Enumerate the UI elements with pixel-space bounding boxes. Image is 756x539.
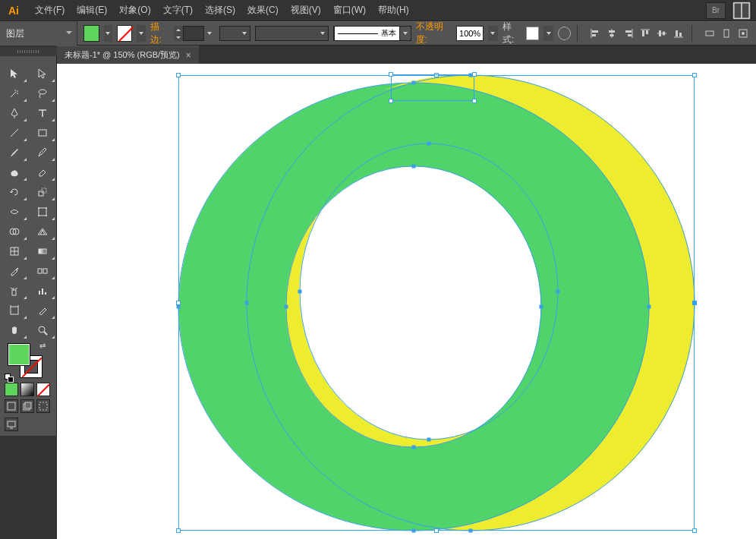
graphic-style-swatch[interactable]	[526, 27, 539, 40]
paintbrush-tool[interactable]	[0, 143, 28, 162]
pencil-tool[interactable]	[28, 143, 56, 162]
menu-window[interactable]: 窗口(W)	[327, 1, 372, 20]
line-tool[interactable]	[0, 123, 28, 143]
screen-mode-button[interactable]	[5, 418, 18, 431]
menu-object[interactable]: 对象(O)	[113, 1, 156, 20]
artboard-tool[interactable]	[0, 301, 28, 320]
tool-panel-grip[interactable]	[0, 47, 57, 56]
hand-tool[interactable]	[0, 320, 28, 340]
align-bottom-button[interactable]	[672, 27, 685, 40]
stroke-dropdown[interactable]	[137, 25, 145, 42]
scale-tool[interactable]	[28, 182, 56, 202]
menu-edit[interactable]: 编辑(E)	[71, 1, 113, 20]
anchor-point[interactable]	[245, 301, 249, 305]
anchor-point[interactable]	[469, 529, 473, 533]
anchor-point[interactable]	[469, 74, 473, 77]
fill-swatch[interactable]	[83, 25, 99, 42]
gradient-tool[interactable]	[28, 241, 56, 261]
column-graph-tool[interactable]	[28, 281, 56, 301]
stroke-weight[interactable]	[174, 26, 215, 41]
anchor-point[interactable]	[412, 81, 416, 85]
opacity-dropdown[interactable]	[488, 26, 498, 41]
bridge-button[interactable]: Br	[706, 2, 726, 19]
menu-file[interactable]: 文件(F)	[29, 1, 71, 20]
mesh-tool[interactable]	[0, 241, 28, 261]
layers-panel-tab[interactable]: 图层	[0, 21, 77, 46]
zoom-tool[interactable]	[28, 320, 56, 340]
menu-select[interactable]: 选择(S)	[199, 1, 241, 20]
anchor-point[interactable]	[427, 438, 431, 442]
transform-w-button[interactable]	[703, 27, 717, 40]
perspective-grid-tool[interactable]	[28, 222, 56, 241]
selection-handle-s[interactable]	[434, 528, 439, 533]
slice-tool[interactable]	[28, 301, 56, 320]
anchor-point[interactable]	[298, 290, 302, 294]
anchor-point[interactable]	[540, 305, 543, 309]
fill-color-box[interactable]	[8, 343, 30, 366]
canvas[interactable]	[57, 64, 756, 539]
align-vcenter-button[interactable]	[655, 27, 669, 40]
draw-behind-button[interactable]	[20, 399, 34, 413]
blend-tool[interactable]	[28, 261, 56, 281]
selection-handle-se[interactable]	[692, 528, 697, 533]
menu-type[interactable]: 文字(T)	[157, 1, 199, 20]
arrange-docs-button[interactable]	[732, 2, 751, 19]
anchor-point[interactable]	[647, 305, 651, 309]
isolate-button[interactable]	[736, 27, 750, 40]
direct-selection-tool[interactable]	[28, 64, 56, 84]
draw-normal-button[interactable]	[5, 399, 18, 413]
anchor-point[interactable]	[412, 446, 416, 449]
pen-tool[interactable]	[0, 103, 28, 123]
align-right-button[interactable]	[622, 27, 635, 40]
selection-bounding-box[interactable]	[178, 75, 695, 531]
stroke-profile-dropdown[interactable]	[255, 26, 329, 41]
selection-handle-nw[interactable]	[176, 73, 181, 77]
style-dropdown[interactable]	[543, 26, 553, 41]
anchor-point[interactable]	[556, 290, 560, 294]
anchor-point[interactable]	[412, 165, 416, 169]
brush-def-dropdown[interactable]: 基本	[333, 26, 411, 41]
symbol-sprayer-tool[interactable]	[0, 281, 28, 301]
var-width-profile[interactable]	[219, 26, 250, 41]
anchor-point[interactable]	[427, 142, 431, 146]
draw-inside-button[interactable]	[36, 399, 50, 413]
shape-builder-tool[interactable]	[0, 222, 28, 241]
swap-fill-stroke-icon[interactable]: ⇄	[39, 342, 46, 350]
blob-brush-tool[interactable]	[0, 162, 28, 182]
align-hcenter-button[interactable]	[605, 27, 619, 40]
menu-help[interactable]: 帮助(H)	[372, 1, 415, 20]
width-tool[interactable]	[0, 202, 28, 222]
none-mode-button[interactable]	[36, 383, 50, 396]
anchor-point[interactable]	[472, 99, 477, 103]
magic-wand-tool[interactable]	[0, 84, 28, 103]
anchor-point[interactable]	[177, 305, 181, 309]
anchor-point[interactable]	[412, 529, 416, 533]
selection-tool[interactable]	[0, 64, 28, 84]
rectangle-tool[interactable]	[28, 123, 56, 143]
gradient-mode-button[interactable]	[20, 383, 34, 396]
free-transform-tool[interactable]	[28, 202, 56, 222]
anchor-point[interactable]	[389, 72, 393, 77]
lasso-tool[interactable]	[28, 84, 56, 103]
stroke-swatch[interactable]	[117, 25, 133, 42]
type-tool[interactable]	[28, 103, 56, 123]
anchor-point[interactable]	[389, 99, 393, 103]
anchor-point[interactable]	[285, 305, 288, 309]
default-fill-stroke-icon[interactable]	[5, 374, 14, 383]
selection-handle-sw[interactable]	[176, 528, 181, 533]
transform-h-button[interactable]	[720, 27, 733, 40]
fill-stroke-indicator[interactable]: ⇄	[0, 340, 56, 383]
opacity-input[interactable]: 100%	[456, 26, 484, 41]
rotate-tool[interactable]	[0, 182, 28, 202]
tab-close-button[interactable]: ×	[186, 50, 191, 61]
menu-view[interactable]: 视图(V)	[285, 1, 327, 20]
selection-handle-ne[interactable]	[692, 73, 697, 77]
inner-selection-box[interactable]	[391, 74, 474, 101]
recolor-icon[interactable]	[558, 27, 571, 40]
anchor-point[interactable]	[472, 72, 477, 77]
align-top-button[interactable]	[638, 27, 652, 40]
align-left-button[interactable]	[588, 27, 602, 40]
eraser-tool[interactable]	[28, 162, 56, 182]
eyedropper-tool[interactable]	[0, 261, 28, 281]
color-mode-button[interactable]	[5, 383, 18, 396]
